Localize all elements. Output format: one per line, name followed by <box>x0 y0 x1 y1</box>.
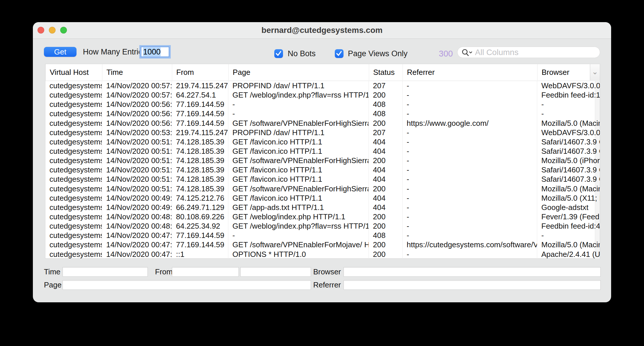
table-row[interactable]: cutedgesystems.14/Nov/2020 00:51:374.128… <box>45 156 600 165</box>
cell-from: ::1 <box>172 250 228 259</box>
column-header-from[interactable]: From <box>172 64 228 80</box>
no-bots-checkbox[interactable] <box>274 49 283 58</box>
page-filter-label: Page <box>44 280 62 290</box>
table-header: ⌄ Virtual HostTimeFromPageStatusReferrer… <box>45 64 600 81</box>
cell-virtual_host: cutedgesystems. <box>45 109 102 118</box>
minimize-button[interactable] <box>49 27 56 33</box>
column-header-status[interactable]: Status <box>369 64 403 80</box>
page-filter-input[interactable] <box>63 280 311 290</box>
cell-page: GET /software/VPNEnablerForHighSierra/ H… <box>228 119 369 128</box>
cell-from: 74.128.185.39 <box>172 165 228 174</box>
time-filter-input[interactable] <box>63 267 148 277</box>
cell-browser: WebDAVFS/3.0.0 (03 <box>537 81 600 90</box>
from-filter-input[interactable] <box>172 267 239 277</box>
table-row[interactable]: cutedgesystems.14/Nov/2020 00:56:377.169… <box>45 119 600 128</box>
close-button[interactable] <box>38 27 44 33</box>
cell-from: 77.169.144.59 <box>172 119 228 128</box>
browser-filter-label: Browser <box>309 267 341 277</box>
table-row[interactable]: cutedgesystems.14/Nov/2020 00:47:277.169… <box>45 240 600 249</box>
table-row[interactable]: cutedgesystems.14/Nov/2020 00:56:577.169… <box>45 100 600 109</box>
column-header-page[interactable]: Page <box>228 64 369 80</box>
cell-page: OPTIONS * HTTP/1.0 <box>228 250 369 259</box>
column-options-button[interactable]: ⌄ <box>590 64 600 80</box>
table-row[interactable]: cutedgesystems.14/Nov/2020 00:47:11::1OP… <box>45 250 600 259</box>
cell-time: 14/Nov/2020 00:57:0 <box>102 90 172 100</box>
from-filter-label: From <box>155 267 171 277</box>
column-header-time[interactable]: Time <box>102 64 172 80</box>
cell-status: 408 <box>369 231 403 240</box>
cell-time: 14/Nov/2020 00:51:4 <box>102 137 172 146</box>
cell-page: GET /favicon.ico HTTP/1.1 <box>228 165 369 174</box>
app-window: bernard@cutedgesystems.com Get How Many … <box>33 22 611 302</box>
cell-virtual_host: cutedgesystems. <box>45 212 102 221</box>
cell-virtual_host: cutedgesystems. <box>45 90 102 100</box>
cell-referrer: - <box>403 221 537 231</box>
cell-browser: Apache/2.4.41 (Unix <box>537 250 600 259</box>
column-header-browser[interactable]: Browser <box>537 64 590 80</box>
table-row[interactable]: cutedgesystems.14/Nov/2020 00:57:4219.74… <box>45 81 600 90</box>
table-row[interactable]: cutedgesystems.14/Nov/2020 00:51:374.128… <box>45 174 600 184</box>
cell-browser: Mozilla/5.0 (Macinto <box>537 184 600 193</box>
referrer-filter-input[interactable] <box>344 280 601 290</box>
table-row[interactable]: cutedgesystems.14/Nov/2020 00:51:474.128… <box>45 137 600 146</box>
cell-browser: Safari/14607.3.9 CFN <box>537 174 600 184</box>
table-row[interactable]: cutedgesystems.14/Nov/2020 00:53:4219.74… <box>45 128 600 137</box>
browser-filter-input[interactable] <box>344 267 601 277</box>
cell-status: 200 <box>369 240 403 249</box>
cell-virtual_host: cutedgesystems. <box>45 156 102 165</box>
cell-page: GET /weblog/index.php?flav=rss HTTP/1.1 <box>228 221 369 231</box>
cell-time: 14/Nov/2020 00:51:3 <box>102 146 172 156</box>
page-views-only-checkbox[interactable] <box>335 49 344 58</box>
time-filter-label: Time <box>44 267 61 277</box>
cell-time: 14/Nov/2020 00:51:3 <box>102 165 172 174</box>
cell-virtual_host: cutedgesystems. <box>45 240 102 249</box>
get-button[interactable]: Get <box>44 47 77 57</box>
search-input[interactable] <box>474 47 598 58</box>
from-filter-input-2[interactable] <box>240 267 311 277</box>
entries-input[interactable]: 1000 <box>141 47 169 57</box>
cell-virtual_host: cutedgesystems. <box>45 81 102 90</box>
table-row[interactable]: cutedgesystems.14/Nov/2020 00:48:180.108… <box>45 212 600 221</box>
cell-virtual_host: cutedgesystems. <box>45 119 102 128</box>
cell-status: 200 <box>369 221 403 231</box>
cell-browser: Feedbin feed-id:445 <box>537 221 600 231</box>
cell-browser: Mozilla/5.0 (X11; Lin <box>537 193 600 203</box>
cell-referrer: - <box>403 109 537 118</box>
cell-page: - <box>228 231 369 240</box>
table-row[interactable]: cutedgesystems.14/Nov/2020 00:57:064.227… <box>45 90 600 100</box>
cell-page: GET /favicon.ico HTTP/1.1 <box>228 137 369 146</box>
cell-referrer: - <box>403 231 537 240</box>
cell-browser: Safari/14607.3.9 CFN <box>537 165 600 174</box>
cell-status: 207 <box>369 128 403 137</box>
table-row[interactable]: cutedgesystems.14/Nov/2020 00:49:066.249… <box>45 203 600 212</box>
cell-referrer: - <box>403 156 537 165</box>
table-row[interactable]: cutedgesystems.14/Nov/2020 00:56:577.169… <box>45 109 600 118</box>
column-header-referrer[interactable]: Referrer <box>403 64 537 80</box>
cell-referrer: - <box>403 137 537 146</box>
table-row[interactable]: cutedgesystems.14/Nov/2020 00:47:377.169… <box>45 231 600 240</box>
cell-page: GET /app-ads.txt HTTP/1.1 <box>228 203 369 212</box>
cell-from: 64.225.34.92 <box>172 221 228 231</box>
cell-page: GET /weblog/index.php?flav=rss HTTP/1.1 <box>228 90 369 100</box>
cell-virtual_host: cutedgesystems. <box>45 221 102 231</box>
cell-page: - <box>228 109 369 118</box>
zoom-button[interactable] <box>60 27 67 33</box>
table-row[interactable]: cutedgesystems.14/Nov/2020 00:49:574.125… <box>45 193 600 203</box>
cell-virtual_host: cutedgesystems. <box>45 165 102 174</box>
cell-referrer: - <box>403 90 537 100</box>
search-field[interactable] <box>457 47 600 58</box>
cell-referrer: - <box>403 212 537 221</box>
cell-from: 74.128.185.39 <box>172 156 228 165</box>
cell-virtual_host: cutedgesystems. <box>45 231 102 240</box>
check-icon <box>275 51 282 57</box>
column-header-virtual_host[interactable]: Virtual Host <box>45 64 102 80</box>
table-row[interactable]: cutedgesystems.14/Nov/2020 00:48:064.225… <box>45 221 600 231</box>
cell-browser: Feedbin feed-id:168 <box>537 90 600 100</box>
log-table: ⌄ Virtual HostTimeFromPageStatusReferrer… <box>45 64 600 259</box>
table-row[interactable]: cutedgesystems.14/Nov/2020 00:51:374.128… <box>45 165 600 174</box>
cell-time: 14/Nov/2020 00:47:11 <box>102 250 172 259</box>
table-row[interactable]: cutedgesystems.14/Nov/2020 00:51:374.128… <box>45 184 600 193</box>
referrer-filter-label: Referrer <box>309 280 341 290</box>
table-row[interactable]: cutedgesystems.14/Nov/2020 00:51:374.128… <box>45 146 600 156</box>
cell-browser: Safari/14607.3.9 CFN <box>537 137 600 146</box>
